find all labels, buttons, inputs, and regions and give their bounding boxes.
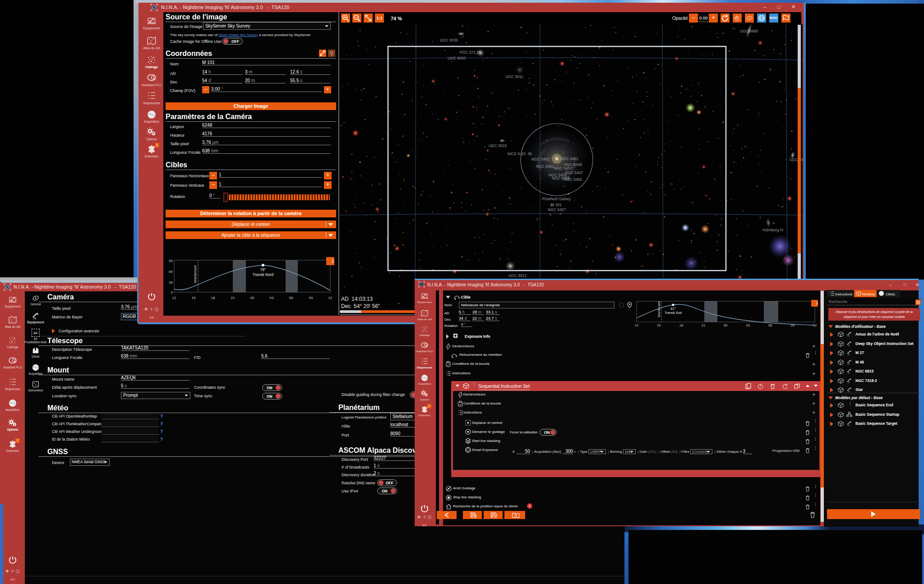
svg-text:UGC 9036: UGC 9036 [440, 38, 458, 42]
svg-text:UGC 8995: UGC 8995 [740, 29, 758, 33]
svg-text:06: 06 [768, 323, 772, 327]
svg-text:PGC 272,29: PGC 272,29 [460, 50, 481, 55]
svg-text:UGC 9013: UGC 9013 [508, 273, 527, 278]
svg-text:UGC 9033: UGC 9033 [448, 56, 466, 60]
svg-text:21: 21 [702, 323, 705, 327]
svg-text:12: 12 [328, 296, 333, 300]
svg-text:21: 21 [231, 296, 235, 300]
svg-text:Holmberg IV: Holmberg IV [762, 228, 784, 232]
svg-text:00: 00 [250, 296, 254, 300]
svg-text:12: 12 [635, 323, 638, 327]
svg-text:MCG 9-23- 30: MCG 9-23- 30 [508, 152, 532, 156]
svg-text:00: 00 [724, 323, 727, 327]
svg-text:0: 0 [171, 290, 173, 294]
svg-text:81°: 81° [670, 307, 675, 311]
svg-text:NGC 5461: NGC 5461 [536, 164, 554, 169]
svg-text:NGC 5447: NGC 5447 [565, 170, 583, 175]
svg-text:60: 60 [169, 270, 173, 274]
svg-text:15: 15 [657, 323, 661, 327]
svg-text:12: 12 [813, 323, 817, 327]
svg-text:18: 18 [679, 323, 683, 327]
svg-text:UGC 9018: UGC 9018 [489, 143, 507, 148]
svg-text:79°: 79° [260, 267, 266, 272]
svg-text:03: 03 [270, 296, 274, 300]
svg-text:06: 06 [289, 296, 293, 300]
svg-text:NGC 5457: NGC 5457 [548, 207, 566, 212]
svg-text:NGC 5462: NGC 5462 [531, 157, 550, 161]
svg-text:NGC 5450: NGC 5450 [564, 177, 582, 182]
svg-text:Maintenant: Maintenant [193, 265, 197, 283]
svg-text:NGC 5451: NGC 5451 [560, 156, 578, 161]
svg-text:NGC 5453: NGC 5453 [554, 166, 572, 170]
svg-text:12: 12 [172, 296, 176, 300]
svg-text:Transit Sud: Transit Sud [665, 311, 682, 315]
svg-text:18: 18 [211, 296, 215, 300]
svg-text:UGC 9011: UGC 9011 [505, 74, 523, 79]
svg-text:M 101: M 101 [551, 202, 562, 207]
svg-text:09: 09 [309, 296, 313, 300]
svg-text:15: 15 [192, 296, 196, 300]
svg-text:09: 09 [791, 323, 795, 327]
svg-text:Pinwheel Galaxy: Pinwheel Galaxy [542, 197, 571, 201]
svg-text:03: 03 [746, 323, 750, 327]
svg-text:Transit Nord: Transit Nord [253, 272, 274, 277]
svg-text:30: 30 [169, 281, 173, 285]
svg-text:90: 90 [169, 259, 173, 263]
